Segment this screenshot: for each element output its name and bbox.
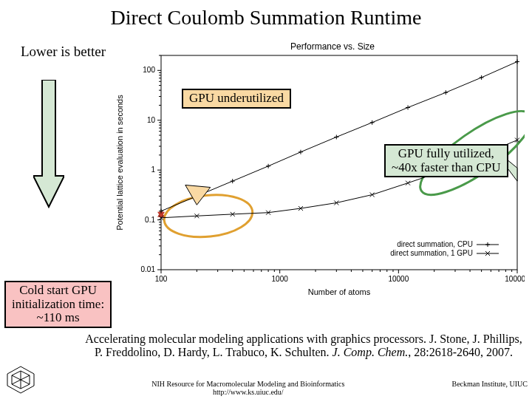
svg-text:10: 10 bbox=[147, 116, 156, 124]
svg-text:Performance vs. Size: Performance vs. Size bbox=[290, 41, 375, 52]
svg-text:10000: 10000 bbox=[388, 275, 409, 283]
slide-footer: NIH Resource for Macromolecular Modeling… bbox=[0, 380, 532, 396]
callout-gpu-fully-utilized: GPU fully utilized, ~40x faster than CPU bbox=[384, 144, 508, 177]
footer-institute: Beckman Institute, UIUC bbox=[452, 380, 528, 396]
callout-gpu-underutilized: GPU underutilized bbox=[182, 89, 291, 109]
down-arrow-icon bbox=[33, 80, 64, 209]
svg-text:100: 100 bbox=[155, 275, 168, 283]
svg-text:Potential lattice evaluation i: Potential lattice evaluation in seconds bbox=[115, 95, 124, 231]
lower-is-better-label: Lower is better bbox=[21, 44, 106, 60]
svg-text:1000: 1000 bbox=[272, 275, 289, 283]
svg-rect-0 bbox=[42, 80, 55, 176]
svg-text:Number of atoms: Number of atoms bbox=[308, 287, 371, 296]
svg-marker-1 bbox=[33, 176, 64, 207]
callout-cold-start: Cold start GPU initialization time: ~110… bbox=[4, 281, 112, 328]
svg-text:direct summation, 1 GPU: direct summation, 1 GPU bbox=[390, 249, 473, 257]
svg-text:0.1: 0.1 bbox=[145, 216, 155, 224]
citation-text: Accelerating molecular modeling applicat… bbox=[81, 332, 526, 360]
svg-text:100: 100 bbox=[143, 66, 155, 74]
footer-url: http://www.ks.uiuc.edu/ bbox=[44, 388, 452, 396]
slide-title: Direct Coulomb Summation Runtime bbox=[0, 6, 532, 30]
svg-text:direct summation, CPU: direct summation, CPU bbox=[397, 240, 473, 248]
svg-point-82 bbox=[162, 191, 254, 241]
svg-rect-2 bbox=[43, 173, 55, 179]
svg-text:0.01: 0.01 bbox=[141, 265, 156, 273]
svg-text:1: 1 bbox=[151, 166, 155, 174]
footer-org: NIH Resource for Macromolecular Modeling… bbox=[44, 380, 452, 388]
svg-text:100000: 100000 bbox=[505, 275, 525, 283]
